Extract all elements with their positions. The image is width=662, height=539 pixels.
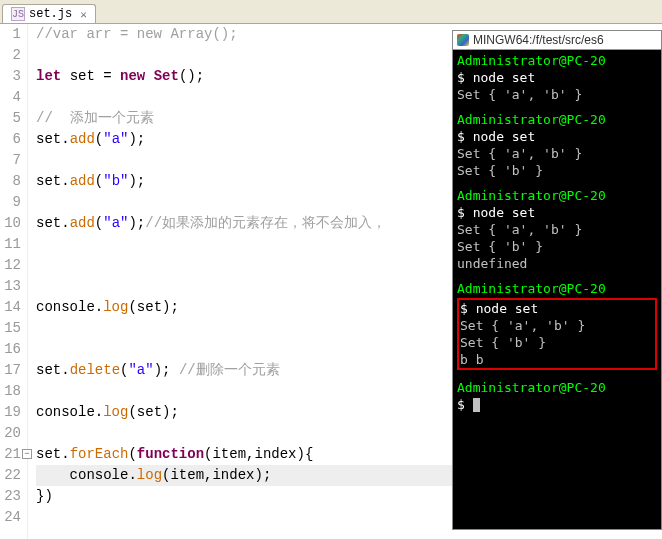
code-token: let	[36, 68, 61, 84]
code-token	[145, 68, 153, 84]
code-token: function	[137, 446, 204, 462]
code-token: (	[95, 215, 103, 231]
tab-setjs[interactable]: JS set.js ✕	[2, 4, 96, 23]
code-token: );	[162, 404, 179, 420]
code-token: console	[36, 404, 95, 420]
line-number: 24	[0, 507, 21, 528]
code-token: set	[36, 131, 61, 147]
line-number: 1	[0, 24, 21, 45]
code-token: set	[36, 446, 61, 462]
code-token: console	[70, 467, 129, 483]
code-token: add	[70, 215, 95, 231]
line-number: 14	[0, 297, 21, 318]
terminal-command: $ node set	[457, 69, 657, 86]
code-token: "b"	[103, 173, 128, 189]
code-token: .	[61, 131, 69, 147]
code-token: index	[212, 467, 254, 483]
terminal-prompt: Administrator@PC-20	[457, 187, 657, 204]
line-number: 15	[0, 318, 21, 339]
code-token	[61, 68, 69, 84]
code-token: .	[95, 404, 103, 420]
terminal-window[interactable]: MINGW64:/f/test/src/es6 Administrator@PC…	[452, 30, 662, 530]
line-number: 23	[0, 486, 21, 507]
terminal-body[interactable]: Administrator@PC-20$ node setSet { 'a', …	[453, 50, 661, 415]
line-number: 13	[0, 276, 21, 297]
code-token: set	[137, 404, 162, 420]
terminal-command: $ node set	[457, 128, 657, 145]
code-token: //var arr = new Array();	[36, 26, 238, 42]
code-token: );	[154, 362, 179, 378]
highlighted-output-box: $ node setSet { 'a', 'b' }Set { 'b' }b b	[457, 298, 657, 370]
code-token: );	[128, 215, 145, 231]
line-number: 5	[0, 108, 21, 129]
code-token: item	[170, 467, 204, 483]
code-token: set	[70, 68, 95, 84]
line-number: 19	[0, 402, 21, 423]
terminal-output: undefined	[457, 255, 657, 272]
code-token: .	[128, 467, 136, 483]
mingw-icon	[457, 34, 469, 46]
code-token: set	[36, 173, 61, 189]
code-token: })	[36, 488, 53, 504]
code-token: log	[103, 404, 128, 420]
fold-toggle-icon[interactable]: −	[22, 449, 32, 459]
terminal-output: Set { 'a', 'b' }	[457, 86, 657, 103]
code-token: Set	[154, 68, 179, 84]
line-number: 9	[0, 192, 21, 213]
terminal-output: Set { 'a', 'b' }	[460, 317, 654, 334]
code-token: =	[95, 68, 120, 84]
tab-filename: set.js	[29, 7, 72, 21]
js-file-icon: JS	[11, 7, 25, 21]
line-number: 17	[0, 360, 21, 381]
editor-tab-bar: JS set.js ✕	[0, 0, 662, 24]
terminal-prompt: Administrator@PC-20	[457, 52, 657, 69]
terminal-command: $ node set	[460, 300, 654, 317]
terminal-command: $	[457, 396, 657, 413]
line-number-gutter: 123456789101112131415161718192021222324	[0, 24, 28, 539]
terminal-prompt: Administrator@PC-20	[457, 111, 657, 128]
code-token: (	[95, 131, 103, 147]
code-token: add	[70, 131, 95, 147]
code-token: set	[137, 299, 162, 315]
code-token: .	[61, 173, 69, 189]
line-number: 12	[0, 255, 21, 276]
code-token: log	[137, 467, 162, 483]
line-number: 8	[0, 171, 21, 192]
code-token: //删除一个元素	[179, 362, 280, 378]
close-icon[interactable]: ✕	[80, 8, 87, 21]
code-token: console	[36, 299, 95, 315]
code-token: index	[254, 446, 296, 462]
code-token: (	[128, 404, 136, 420]
line-number: 21	[0, 444, 21, 465]
line-number: 2	[0, 45, 21, 66]
terminal-prompt: Administrator@PC-20	[457, 379, 657, 396]
code-token: item	[212, 446, 246, 462]
line-number: 4	[0, 87, 21, 108]
line-number: 11	[0, 234, 21, 255]
code-token: );	[162, 299, 179, 315]
line-number: 20	[0, 423, 21, 444]
code-token: );	[254, 467, 271, 483]
code-token: ();	[179, 68, 204, 84]
code-token: forEach	[70, 446, 129, 462]
code-token: set	[36, 362, 61, 378]
line-number: 16	[0, 339, 21, 360]
code-token: "a"	[103, 215, 128, 231]
code-token: .	[61, 446, 69, 462]
terminal-title-text: MINGW64:/f/test/src/es6	[473, 33, 604, 47]
code-token: "a"	[128, 362, 153, 378]
code-token: .	[61, 215, 69, 231]
line-number: 22	[0, 465, 21, 486]
line-number: 7	[0, 150, 21, 171]
terminal-command: $ node set	[457, 204, 657, 221]
terminal-title-bar[interactable]: MINGW64:/f/test/src/es6	[453, 31, 661, 50]
line-number: 3	[0, 66, 21, 87]
terminal-output: Set { 'b' }	[457, 238, 657, 255]
code-token: delete	[70, 362, 120, 378]
code-token: add	[70, 173, 95, 189]
code-token	[36, 467, 70, 483]
line-number: 18	[0, 381, 21, 402]
terminal-output: Set { 'b' }	[457, 162, 657, 179]
code-token: "a"	[103, 131, 128, 147]
code-token: );	[128, 173, 145, 189]
